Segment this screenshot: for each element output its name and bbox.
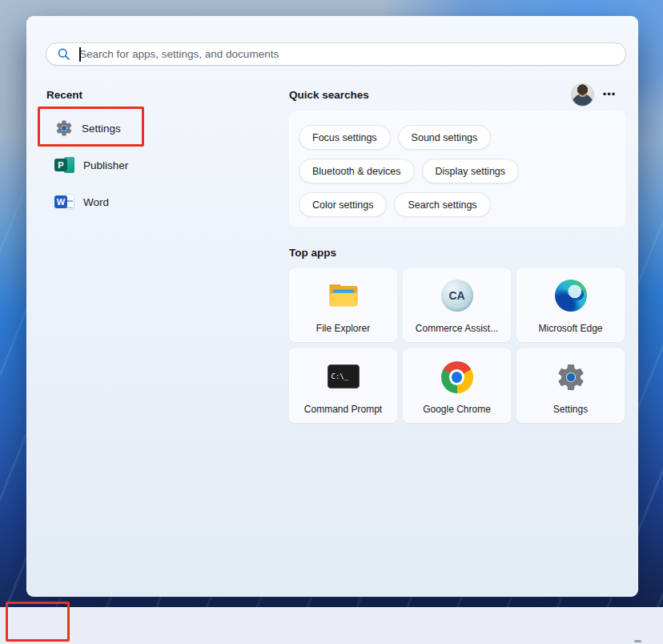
settings-running-indicator: [634, 640, 641, 642]
recent-item-publisher[interactable]: P Publisher: [38, 147, 246, 183]
quick-pill-color-settings[interactable]: Color settings: [299, 192, 387, 217]
top-apps-title: Top apps: [289, 247, 336, 259]
app-card-google-chrome[interactable]: Google Chrome: [403, 348, 511, 423]
app-card-command-prompt[interactable]: C:\_ Command Prompt: [289, 348, 397, 423]
recent-list: Settings P Publisher W Word: [38, 110, 246, 220]
folder-icon: [327, 280, 360, 309]
search-input[interactable]: [70, 47, 617, 61]
settings-gear-icon: [54, 119, 74, 138]
recent-section-title: Recent: [46, 89, 82, 101]
publisher-icon: P: [54, 155, 75, 175]
recent-item-label: Publisher: [83, 159, 128, 171]
quick-searches-title: Quick searches: [289, 89, 369, 101]
chrome-icon: [441, 361, 473, 393]
edge-icon: [555, 280, 587, 312]
word-icon: W: [54, 191, 75, 212]
desktop: Recent Settings P Publisher W Word: [0, 0, 663, 644]
app-label: Command Prompt: [292, 404, 394, 415]
commerce-assist-icon: CA: [441, 280, 473, 312]
settings-gear-icon: [555, 361, 587, 393]
app-card-microsoft-edge[interactable]: Microsoft Edge: [516, 268, 625, 342]
app-card-settings[interactable]: Settings: [516, 348, 625, 423]
quick-pill-focus-settings[interactable]: Focus settings: [299, 125, 391, 150]
quick-pill-search-settings[interactable]: Search settings: [394, 192, 490, 217]
recent-item-label: Settings: [82, 123, 121, 135]
app-label: File Explorer: [292, 323, 394, 334]
quick-searches-card: Focus settings Sound settings Bluetooth …: [289, 111, 625, 227]
quick-pill-display-settings[interactable]: Display settings: [422, 159, 520, 183]
app-label: Commerce Assist...: [406, 323, 508, 334]
app-label: Google Chrome: [406, 404, 508, 415]
recent-item-settings[interactable]: Settings: [38, 110, 246, 147]
app-label: Settings: [520, 404, 621, 415]
word-letter-tile: W: [54, 195, 67, 208]
recent-item-label: Word: [83, 196, 109, 208]
app-card-file-explorer[interactable]: File Explorer: [289, 268, 397, 342]
search-icon: [57, 47, 70, 61]
top-apps-grid: File Explorer CA Commerce Assist... Micr…: [289, 268, 625, 423]
more-options-button[interactable]: •••: [597, 85, 621, 103]
publisher-letter-tile: P: [54, 159, 67, 171]
taskbar: Search b CA T: [0, 607, 663, 644]
recent-item-word[interactable]: W Word: [38, 183, 246, 220]
app-card-commerce-assist[interactable]: CA Commerce Assist...: [403, 268, 511, 342]
quick-pill-bluetooth-devices[interactable]: Bluetooth & devices: [299, 159, 415, 183]
text-caret: [79, 47, 81, 62]
app-label: Microsoft Edge: [520, 323, 621, 334]
quick-pill-sound-settings[interactable]: Sound settings: [398, 125, 492, 150]
start-search-bar[interactable]: [46, 42, 626, 66]
command-prompt-icon: C:\_: [327, 364, 360, 388]
user-avatar[interactable]: [572, 84, 593, 106]
start-menu-panel: Recent Settings P Publisher W Word: [26, 16, 638, 597]
